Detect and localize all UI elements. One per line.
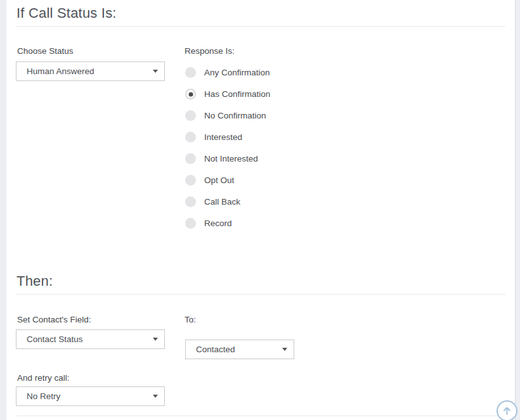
radio-option-label: Record (204, 219, 232, 228)
to-value: Contacted (196, 345, 235, 354)
divider (16, 416, 505, 416)
section-title-then: Then: (16, 273, 53, 290)
radio-option-label: Any Confirmation (204, 68, 270, 77)
and-retry-call-select[interactable]: No Retry (16, 386, 165, 406)
radio-dot (188, 92, 193, 96)
response-is-label: Response Is: (185, 46, 235, 56)
radio-option-not-interested[interactable]: Not Interested (185, 153, 270, 164)
and-retry-call-label: And retry call: (17, 373, 70, 383)
choose-status-select[interactable]: Human Answered (16, 61, 165, 81)
scroll-to-top-button[interactable] (497, 400, 517, 420)
radio-option-has-confirmation[interactable]: Has Confirmation (185, 89, 270, 99)
radio-option-interested[interactable]: Interested (185, 132, 270, 143)
radio-option-call-back[interactable]: Call Back (185, 196, 270, 207)
radio-option-label: Opt Out (204, 175, 234, 185)
radio-option-no-confirmation[interactable]: No Confirmation (185, 110, 270, 121)
section-title-if-call-status: If Call Status Is: (16, 5, 117, 22)
radio-option-label: Interested (204, 132, 242, 142)
radio-icon[interactable] (185, 132, 196, 143)
divider (16, 26, 505, 27)
radio-option-label: Not Interested (204, 154, 258, 163)
to-label: To: (185, 315, 196, 324)
radio-option-record[interactable]: Record (185, 218, 270, 229)
divider (16, 294, 505, 295)
caret-down-icon (282, 348, 287, 351)
radio-icon[interactable] (185, 153, 196, 164)
choose-status-label: Choose Status (17, 46, 74, 56)
radio-icon[interactable] (185, 218, 196, 229)
and-retry-call-value: No Retry (27, 391, 60, 401)
caret-down-icon (153, 395, 158, 398)
response-radio-group: Any Confirmation Has Confirmation No Con… (185, 67, 270, 239)
rule-editor-panel: If Call Status Is: Choose Status Human A… (6, 0, 516, 420)
choose-status-value: Human Answered (27, 67, 94, 76)
radio-icon[interactable] (185, 110, 196, 121)
radio-icon[interactable] (185, 89, 196, 99)
radio-icon[interactable] (185, 196, 196, 207)
set-contacts-field-label: Set Contact's Field: (17, 315, 91, 324)
radio-option-label: No Confirmation (204, 111, 266, 120)
set-contacts-field-select[interactable]: Contact Status (16, 329, 165, 349)
radio-icon[interactable] (185, 67, 196, 78)
caret-down-icon (153, 70, 158, 73)
radio-icon[interactable] (185, 175, 196, 186)
set-contacts-field-value: Contact Status (27, 334, 83, 344)
radio-option-any-confirmation[interactable]: Any Confirmation (185, 67, 270, 78)
radio-option-label: Has Confirmation (204, 89, 270, 99)
radio-option-label: Call Back (204, 197, 240, 207)
caret-down-icon (153, 338, 158, 341)
to-select[interactable]: Contacted (185, 340, 294, 359)
arrow-up-icon (502, 405, 512, 416)
radio-option-opt-out[interactable]: Opt Out (185, 175, 270, 186)
